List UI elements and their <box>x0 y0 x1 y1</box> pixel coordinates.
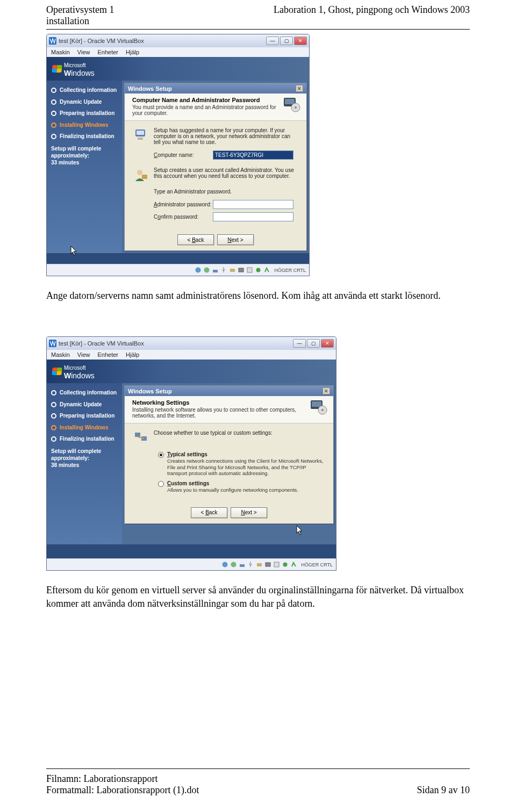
minimize-button[interactable]: — <box>266 37 279 45</box>
svg-rect-27 <box>257 563 262 566</box>
windows-logo-bar: MicrosoftWindows <box>47 57 309 81</box>
usb-icon[interactable] <box>220 267 227 274</box>
vbox-statusbar-2: HÖGER CRTL <box>47 558 336 570</box>
settings-prompt: Choose whether to use typical or custom … <box>154 430 273 436</box>
net-icon[interactable] <box>212 267 219 274</box>
shared-icon[interactable] <box>256 561 263 568</box>
setup-sidebar: Collecting information Dynamic Update Pr… <box>47 81 122 253</box>
eta-text: Setup will complete approximately: 33 mi… <box>51 145 118 166</box>
usb-icon[interactable] <box>247 561 254 568</box>
computer-name-input[interactable]: TEST-6Y3QPZ7RGI <box>213 150 293 160</box>
record-icon[interactable] <box>255 267 262 274</box>
svg-rect-12 <box>213 270 218 272</box>
footer-rule <box>46 768 470 769</box>
guest-screen: MicrosoftWindows Collecting information … <box>47 57 309 264</box>
menu-enheter[interactable]: Enheter <box>98 351 119 358</box>
titlebar[interactable]: test [Kör] - Oracle VM VirtualBox — ▢ ✕ <box>47 34 309 47</box>
footer-template: Formatmall: Laborationsrapport (1).dot <box>46 785 199 796</box>
dialog-header-sub: You must provide a name and an Administr… <box>132 104 277 116</box>
typical-option[interactable]: Typical settings Creates network connect… <box>158 451 325 476</box>
admin-password-input[interactable] <box>213 200 293 209</box>
menu-enheter[interactable]: Enheter <box>98 49 119 55</box>
dialog-titlebar[interactable]: Windows Setup ✕ <box>125 83 306 94</box>
close-button[interactable]: ✕ <box>321 339 334 348</box>
maximize-button[interactable]: ▢ <box>280 37 293 45</box>
menu-hjalp[interactable]: Hjälp <box>126 351 139 358</box>
svg-point-24 <box>223 562 228 567</box>
type-password-prompt: Type an Administrator password. <box>154 189 298 195</box>
footer-filename: Filnamn: Laborationsrapport <box>46 773 199 785</box>
window-title-2: test [Kör] - Oracle VM VirtualBox <box>59 340 144 347</box>
mouse-integration-icon[interactable] <box>273 561 280 568</box>
optical-icon[interactable] <box>230 561 237 568</box>
titlebar-2[interactable]: test [Kör] - Oracle VM VirtualBox — ▢ ✕ <box>47 337 336 350</box>
hdd-icon[interactable] <box>195 267 202 274</box>
menu-view[interactable]: View <box>77 351 90 358</box>
net-icon[interactable] <box>239 561 246 568</box>
menubar-2: Maskin View Enheter Hjälp <box>47 350 336 360</box>
dialog-close-button[interactable]: ✕ <box>322 387 330 394</box>
vbox-window-2: test [Kör] - Oracle VM VirtualBox — ▢ ✕ … <box>46 336 336 571</box>
record-icon[interactable] <box>282 561 289 568</box>
maximize-button[interactable]: ▢ <box>307 339 320 348</box>
svg-rect-26 <box>240 564 245 567</box>
display-icon[interactable] <box>264 561 271 568</box>
svg-rect-2 <box>285 99 295 104</box>
doc-header: Operativsystem 1 installation Laboration… <box>46 4 470 27</box>
mouse-cursor-icon <box>70 246 78 256</box>
confirm-password-input[interactable] <box>213 212 293 221</box>
windows-flag-icon <box>52 368 62 375</box>
name-hint: Setup has suggested a name for your comp… <box>154 127 298 145</box>
svg-point-10 <box>196 268 201 273</box>
computer-name-label: Computer name: <box>154 152 213 158</box>
svg-point-30 <box>283 563 288 567</box>
svg-point-25 <box>231 562 236 567</box>
optical-icon[interactable] <box>203 267 210 274</box>
network-icon <box>133 430 148 446</box>
dialog-titlebar-2[interactable]: Windows Setup ✕ <box>125 386 333 396</box>
menubar: Maskin View Enheter Hjälp <box>47 47 309 57</box>
display-icon[interactable] <box>238 267 245 274</box>
menu-view[interactable]: View <box>77 49 90 55</box>
back-button[interactable]: < Back <box>177 234 214 245</box>
eta-text-2: Setup will complete approximately: 38 mi… <box>51 448 118 469</box>
svg-rect-29 <box>274 562 279 567</box>
keyboard-icon[interactable] <box>263 267 270 274</box>
setup-main-2: Windows Setup ✕ Networking Settings Inst… <box>122 383 336 544</box>
svg-rect-13 <box>230 269 235 272</box>
next-button[interactable]: Next > <box>217 234 254 245</box>
windows-wordmark: MicrosoftWindows <box>64 363 95 380</box>
paragraph-1: Ange datorn/serverns namn samt administr… <box>46 289 470 302</box>
computer-cd-icon <box>310 399 328 415</box>
menu-maskin[interactable]: Maskin <box>51 49 70 55</box>
dialog-close-button[interactable]: ✕ <box>296 85 303 92</box>
menu-maskin[interactable]: Maskin <box>51 351 70 358</box>
dialog2-header-sub: Installing network software allows you t… <box>132 407 304 419</box>
radio-custom[interactable] <box>158 481 164 487</box>
radio-typical[interactable] <box>158 452 164 458</box>
admin-password-label: Administrator password: <box>154 202 213 207</box>
windows-flag-icon <box>52 65 62 73</box>
svg-rect-9 <box>142 175 147 179</box>
windows-wordmark: MicrosoftWindows <box>64 60 95 77</box>
svg-rect-15 <box>247 268 252 272</box>
minimize-button[interactable]: — <box>293 339 306 348</box>
hdd-icon[interactable] <box>221 561 228 568</box>
vbox-window-1: test [Kör] - Oracle VM VirtualBox — ▢ ✕ … <box>46 34 310 276</box>
close-button[interactable]: ✕ <box>294 37 307 45</box>
windows-logo-bar: MicrosoftWindows <box>47 360 336 383</box>
back-button-2[interactable]: < Back <box>191 507 227 518</box>
shared-icon[interactable] <box>229 267 236 274</box>
step-finalizing: Finalizing installation <box>60 133 114 140</box>
keyboard-icon[interactable] <box>290 561 297 568</box>
menu-hjalp[interactable]: Hjälp <box>126 49 139 55</box>
next-button-2[interactable]: Next > <box>231 507 267 518</box>
mouse-integration-icon[interactable] <box>246 267 253 274</box>
svg-point-4 <box>295 106 297 109</box>
custom-option[interactable]: Custom settings Allows you to manually c… <box>158 480 325 493</box>
step-preparing: Preparing installation <box>60 110 114 117</box>
admin-hint: Setup creates a user account called Admi… <box>154 167 298 179</box>
svg-point-11 <box>204 268 210 273</box>
step-collecting: Collecting information <box>60 87 117 94</box>
svg-rect-19 <box>312 401 321 407</box>
